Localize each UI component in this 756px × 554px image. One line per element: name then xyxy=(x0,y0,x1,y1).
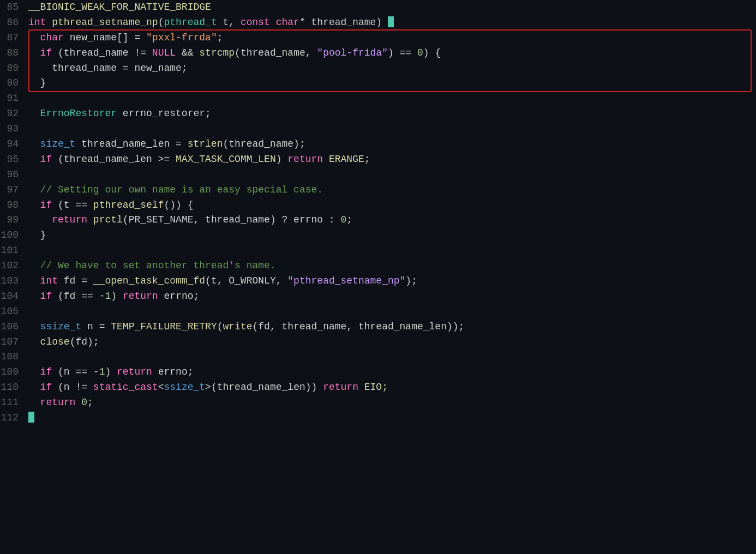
line-number: 102 xyxy=(0,258,28,274)
line-content: char new_name[] = "pxxl-frrda"; xyxy=(28,31,756,46)
line-number: 104 xyxy=(0,289,28,304)
code-line: 106 ssize_t n = TEMP_FAILURE_RETRY(write… xyxy=(0,320,756,335)
token-kw: static_cast xyxy=(93,382,158,393)
line-content: if (thread_name_len >= MAX_TASK_COMM_LEN… xyxy=(28,152,756,167)
line-content: int fd = __open_task_comm_fd(t, O_WRONLY… xyxy=(28,274,756,289)
line-content xyxy=(28,411,756,426)
token-special: "pool-frida" xyxy=(317,47,388,58)
code-line: 98 if (t == pthread_self()) { xyxy=(0,198,756,213)
code-line: 95 if (thread_name_len >= MAX_TASK_COMM_… xyxy=(0,152,756,167)
token-kw: return xyxy=(40,397,76,408)
token-plain: (fd, thread_name, thread_name_len)); xyxy=(253,321,465,332)
token-kw: return xyxy=(52,214,87,225)
token-plain xyxy=(87,214,93,225)
token-plain: errno; xyxy=(152,366,194,377)
token-fn: strcmp xyxy=(199,47,235,58)
code-line: 86int pthread_setname_np(pthread_t t, co… xyxy=(0,15,756,31)
token-kw: int xyxy=(28,17,52,28)
line-number: 94 xyxy=(0,137,28,152)
code-line: 105 xyxy=(0,304,756,320)
token-plain: ; xyxy=(346,214,352,225)
code-line: 100 } xyxy=(0,228,756,243)
token-plain xyxy=(28,214,52,225)
line-number: 100 xyxy=(0,228,28,243)
code-line: 89 thread_name = new_name; xyxy=(0,61,756,76)
token-plain: n = xyxy=(81,321,111,332)
token-kw: return xyxy=(287,154,323,165)
token-plain xyxy=(28,382,40,393)
token-plain: (fd); xyxy=(70,336,99,347)
token-num: 0 xyxy=(341,214,347,225)
line-content xyxy=(28,122,756,137)
token-plain: errno_restorer; xyxy=(117,108,211,119)
token-plain: ) { xyxy=(423,47,441,58)
line-content: if (n == -1) return errno; xyxy=(28,365,756,380)
code-line: 104 if (fd == -1) return errno; xyxy=(0,289,756,304)
code-line: 91 xyxy=(0,91,756,106)
token-plain: (fd == - xyxy=(52,291,105,302)
token-num: 1 xyxy=(105,291,111,302)
line-number: 89 xyxy=(0,61,28,76)
token-plain: ( xyxy=(217,321,223,332)
code-line: 110 if (n != static_cast<ssize_t>(thread… xyxy=(0,380,756,395)
token-kw: if xyxy=(40,366,52,377)
token-fn: close xyxy=(40,336,70,347)
token-kw: int xyxy=(40,275,58,286)
line-content: if (fd == -1) return errno; xyxy=(28,289,756,304)
token-fn: pthread_setname_np xyxy=(52,17,158,28)
token-plain: >(thread_name_len)) xyxy=(205,382,323,393)
line-content: // We have to set another thread's name. xyxy=(28,258,756,274)
token-plain xyxy=(28,321,40,332)
code-line: 96 xyxy=(0,167,756,183)
line-content: } xyxy=(28,228,756,243)
token-plain: ) == xyxy=(388,47,417,58)
token-plain: (n != xyxy=(52,382,93,393)
token-kw2: size_t xyxy=(40,138,76,149)
token-fn: pthread_self xyxy=(93,200,164,210)
token-plain: } xyxy=(28,230,46,240)
token-plain xyxy=(28,200,40,210)
token-plain: thread_name_len = xyxy=(75,138,187,149)
line-content: ssize_t n = TEMP_FAILURE_RETRY(write(fd,… xyxy=(28,320,756,335)
line-content: int pthread_setname_np(pthread_t t, cons… xyxy=(28,15,756,31)
token-kw: if xyxy=(40,200,52,210)
token-kw2: ssize_t xyxy=(164,382,205,393)
line-number: 87 xyxy=(0,31,28,46)
token-kw: if xyxy=(40,382,52,393)
line-number: 91 xyxy=(0,91,28,106)
token-plain: ) xyxy=(105,366,117,377)
code-line: 112 xyxy=(0,411,756,426)
token-plain: (thread_name); xyxy=(223,138,305,149)
token-plain: ) xyxy=(276,154,288,165)
token-plain xyxy=(28,291,40,302)
token-plain: } xyxy=(28,77,46,88)
token-plain: && xyxy=(176,47,199,58)
line-content: __BIONIC_WEAK_FOR_NATIVE_BRIDGE xyxy=(28,0,756,15)
line-content: thread_name = new_name; xyxy=(28,61,756,76)
token-num: 1 xyxy=(99,366,105,377)
token-kw: NULL xyxy=(152,47,176,58)
token-plain: (t, O_WRONLY, xyxy=(205,275,287,286)
token-plain xyxy=(75,397,81,408)
token-special: "pthread_setname_np" xyxy=(287,275,405,286)
token-plain: (t == xyxy=(52,200,93,210)
token-plain: ); xyxy=(405,275,417,286)
line-number: 101 xyxy=(0,243,28,258)
line-number: 105 xyxy=(0,304,28,320)
token-plain: ( xyxy=(158,17,164,28)
code-line: 103 int fd = __open_task_comm_fd(t, O_WR… xyxy=(0,274,756,289)
token-kw: if xyxy=(40,291,52,302)
text-cursor-end xyxy=(28,412,34,423)
line-content: return prctl(PR_SET_NAME, thread_name) ?… xyxy=(28,213,756,228)
line-number: 109 xyxy=(0,365,28,380)
line-number: 106 xyxy=(0,320,28,335)
code-line: 97 // Setting our own name is an easy sp… xyxy=(0,183,756,198)
token-fn: prctl xyxy=(93,214,123,225)
token-num: 0 xyxy=(417,47,423,58)
code-line: 101 xyxy=(0,243,756,258)
code-line: 102 // We have to set another thread's n… xyxy=(0,258,756,274)
token-fn: write xyxy=(223,321,253,332)
token-plain: (n == - xyxy=(52,366,99,377)
token-kw: return xyxy=(117,366,152,377)
code-line: 108 xyxy=(0,350,756,365)
